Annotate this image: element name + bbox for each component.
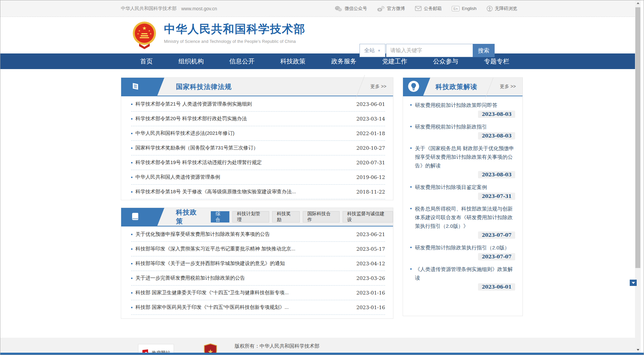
vertical-scrollbar[interactable] bbox=[635, 0, 641, 353]
right-column: 科技政策解读 更多 >> 研发费用税前加计扣除政策即问即答2023-08-03研… bbox=[403, 77, 523, 316]
article-link[interactable]: 科学技术部令第20号 科学技术部行政处罚实施办法 bbox=[135, 116, 350, 122]
bullet-icon bbox=[131, 278, 132, 279]
policy-tab[interactable]: 科技奖励 bbox=[272, 211, 300, 222]
en-icon: En bbox=[452, 6, 459, 11]
article-link[interactable]: 《人类遗传资源管理条例实施细则》政策解读 bbox=[410, 265, 515, 282]
interpretation-panel-tab bbox=[403, 78, 430, 96]
svg-text:★: ★ bbox=[148, 30, 150, 32]
article-link[interactable]: 中华人民共和国人类遗传资源管理条例 bbox=[135, 174, 350, 180]
page-subtitle: Ministry of Science and Technology of th… bbox=[164, 39, 305, 44]
accessibility-icon bbox=[487, 6, 493, 12]
list-item: 关于优化预缴申报享受研发费用加计扣除政策有关事项的公告2023-06-21 bbox=[131, 227, 385, 242]
brand: ★ ★ ★ ★ ★ 中华人民共和国科学技术部 Ministry of Scien… bbox=[132, 20, 305, 50]
nav-item[interactable]: 组织机构 bbox=[178, 57, 203, 66]
article-date-wrap: 2023-07-07 bbox=[410, 231, 515, 239]
scrollbar-down-arrow[interactable] bbox=[635, 347, 641, 353]
article-date: 2023-07-07 bbox=[478, 231, 515, 239]
article-link[interactable]: 研发费用加计扣除项目鉴定案例 bbox=[410, 183, 515, 192]
laws-more-link[interactable]: 更多 >> bbox=[370, 84, 393, 90]
article-date: 2023-07-07 bbox=[478, 253, 515, 260]
article-date: 2023-08-03 bbox=[478, 171, 515, 178]
article-date: 2023-01-16 bbox=[357, 290, 385, 296]
list-item: 科学技术部令第19号 科学技术活动违规行为处理暂行规定2020-07-31 bbox=[131, 155, 385, 170]
article-link[interactable]: 科技部等印发《深入贯彻落实习近平总书记重要批示精神 加快推动北京... bbox=[135, 246, 350, 252]
search-scope-value: 全站 bbox=[364, 47, 375, 54]
policy-tab[interactable]: 科技监督与诚信建设 bbox=[343, 211, 393, 222]
article-date: 2023-08-03 bbox=[478, 132, 515, 139]
bullet-icon bbox=[131, 104, 132, 105]
policy-tab[interactable]: 科技计划管理 bbox=[232, 211, 269, 222]
footer: 政府网站 ★ 版权所有：中华人民共和国科学技术部 办公地址：北京市西城区文兴东街… bbox=[0, 338, 635, 353]
article-date: 2023-08-03 bbox=[478, 111, 515, 118]
article-link[interactable]: 税务总局所得税司、科技部政策法规与创新体系建设司联合发布《研发费用加计扣除政策执… bbox=[410, 205, 515, 230]
topbar-inner: 中华人民共和国科学技术部 www.most.gov.cn 微信公众号官方微博公务… bbox=[121, 0, 523, 17]
main-nav: 首页组织机构信息公开科技政策政务服务党建工作公众参与专题专栏 bbox=[0, 53, 635, 69]
policy-tab[interactable]: 国际科技合作 bbox=[303, 211, 340, 222]
search-button[interactable]: 搜索 bbox=[473, 44, 495, 57]
nav-item[interactable]: 首页 bbox=[140, 57, 153, 66]
en-icon: En bbox=[452, 6, 459, 11]
article-link[interactable]: 中华人民共和国科学技术进步法(2021年修订) bbox=[135, 130, 350, 136]
topbar-link[interactable]: 无障碍浏览 bbox=[487, 6, 518, 12]
policy-tab[interactable]: 综合 bbox=[211, 211, 229, 222]
site-url[interactable]: www.most.gov.cn bbox=[181, 6, 217, 11]
content-columns: 国家科技法律法规 更多 >> 科学技术部令第21号 人类遗传资源管理条例实施细则… bbox=[121, 77, 523, 319]
article-link[interactable]: 研发费用税前加计扣除新政指引 bbox=[410, 123, 515, 131]
list-item: 科技部等印发《关于进一步支持西部科学城加快建设的意见》的通知2023-04-12 bbox=[131, 256, 385, 271]
topbar-link[interactable]: 公务邮箱 bbox=[415, 6, 442, 12]
article-link[interactable]: 科技部等印发《关于进一步支持西部科学城加快建设的意见》的通知 bbox=[135, 260, 350, 267]
interpretation-more-link[interactable]: 更多 >> bbox=[500, 84, 523, 90]
gov-website-badge[interactable]: 政府网站 bbox=[138, 344, 174, 353]
article-link[interactable]: 科学技术部令第18号 关于修改《高等级病原微生物实验室建设审查办法... bbox=[135, 189, 350, 195]
list-item: 科技部 国家卫生健康委关于印发《“十四五”卫生与健康科技创新专项...2023-… bbox=[131, 286, 385, 300]
policy-tabs: 综合科技计划管理科技奖励国际科技合作科技监督与诚信建设 bbox=[211, 211, 393, 222]
nav-item[interactable]: 科技政策 bbox=[280, 57, 305, 66]
topbar-link[interactable]: 官方微博 bbox=[377, 6, 405, 12]
laws-panel-tab bbox=[121, 78, 164, 96]
nav-item[interactable]: 党建工作 bbox=[382, 57, 407, 66]
article-link[interactable]: 研发费用税前加计扣除政策即问即答 bbox=[410, 101, 515, 110]
article-date: 2022-01-18 bbox=[357, 131, 385, 136]
bullet-icon bbox=[131, 307, 132, 308]
article-date: 2023-07-31 bbox=[478, 193, 515, 200]
article-link[interactable]: 关于进一步完善研发费用税前加计扣除政策的公告 bbox=[135, 275, 350, 281]
nav-item[interactable]: 专题专栏 bbox=[484, 57, 509, 66]
nav-item[interactable]: 公众参与 bbox=[433, 57, 458, 66]
search-input[interactable] bbox=[386, 44, 473, 57]
policy-panel: 科技政策 综合科技计划管理科技奖励国际科技合作科技监督与诚信建设 关于优化预缴申… bbox=[121, 208, 393, 319]
article-date-wrap: 2023-07-07 bbox=[410, 253, 515, 260]
article-link[interactable]: 科学技术部令第19号 科学技术活动违规行为处理暂行规定 bbox=[135, 159, 350, 166]
article-date: 2023-01-16 bbox=[357, 305, 385, 311]
article-link[interactable]: 关于《国家税务总局 财政部关于优化预缴申报享受研发费用加计扣除政策有关事项的公告… bbox=[410, 144, 515, 170]
topbar-link-label: 官方微博 bbox=[387, 6, 405, 12]
article-link[interactable]: 科技部 国家卫生健康委关于印发《“十四五”卫生与健康科技创新专项... bbox=[135, 290, 350, 296]
interpretation-panel-title: 科技政策解读 bbox=[436, 82, 477, 91]
article-date-wrap: 2023-08-03 bbox=[410, 171, 515, 178]
mail-icon bbox=[415, 6, 422, 11]
nav-item[interactable]: 信息公开 bbox=[229, 57, 255, 66]
list-item: 研发费用加计扣除政策执行指引（2.0版）2023-07-07 bbox=[410, 243, 515, 260]
article-link[interactable]: 关于优化预缴申报享受研发费用加计扣除政策有关事项的公告 bbox=[135, 231, 350, 237]
list-item: 科学技术部令第20号 科学技术部行政处罚实施办法2023-03-14 bbox=[131, 112, 385, 126]
bullet-icon bbox=[131, 133, 132, 134]
scrollbar-up-arrow[interactable] bbox=[635, 0, 641, 6]
scrollbar-thumb[interactable] bbox=[635, 7, 640, 268]
article-link[interactable]: 研发费用加计扣除政策执行指引（2.0版） bbox=[410, 243, 515, 252]
laws-panel-header: 国家科技法律法规 更多 >> bbox=[121, 78, 393, 96]
bullet-icon bbox=[131, 177, 132, 178]
bullet-icon bbox=[131, 234, 132, 235]
browser-window: 中华人民共和国科学技术部 www.most.gov.cn 微信公众号官方微博公务… bbox=[0, 0, 644, 355]
article-link[interactable]: 科学技术部令第21号 人类遗传资源管理条例实施细则 bbox=[135, 101, 350, 107]
article-date-wrap: 2023-06-01 bbox=[410, 283, 515, 291]
search-scope-select[interactable]: 全站 ▼ bbox=[360, 44, 385, 57]
gov-badge-icon bbox=[142, 349, 150, 353]
topbar-link[interactable]: 微信公众号 bbox=[335, 6, 367, 12]
article-link[interactable]: 国家科学技术奖励条例（国务院令第731号第三次修订） bbox=[135, 145, 350, 151]
article-link[interactable]: 科技部 国家中医药局关于印发《“十四五”中医药科技创新专项规划》... bbox=[135, 304, 350, 311]
party-gov-emblem: ★ bbox=[203, 343, 218, 353]
left-column: 国家科技法律法规 更多 >> 科学技术部令第21号 人类遗传资源管理条例实施细则… bbox=[121, 77, 393, 319]
nav-item[interactable]: 政务服务 bbox=[331, 57, 357, 66]
topbar-link[interactable]: EnEnglish bbox=[452, 6, 477, 11]
scroll-down-widget[interactable] bbox=[630, 280, 637, 286]
article-date: 2020-10-27 bbox=[357, 145, 385, 151]
